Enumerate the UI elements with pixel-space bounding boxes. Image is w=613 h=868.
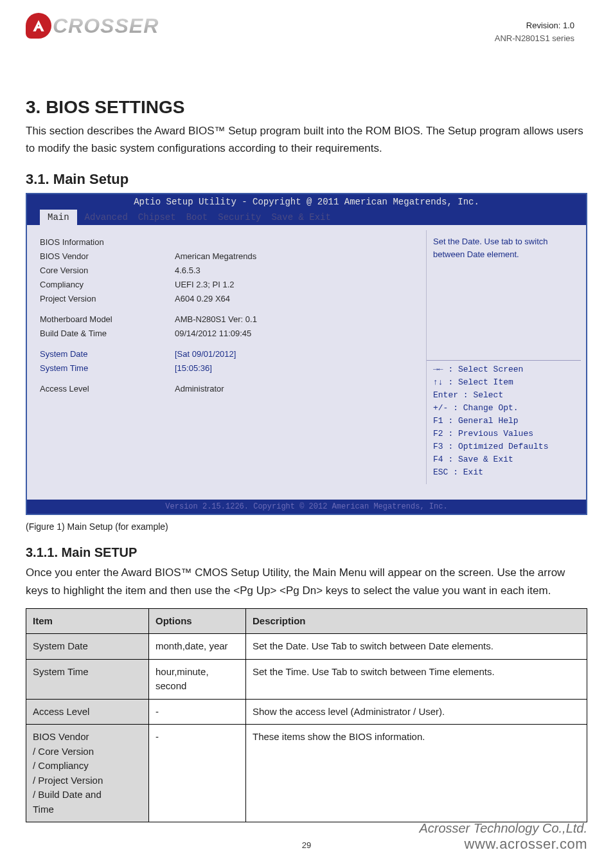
cell-item: System Time <box>26 659 149 699</box>
bios-tab-boot[interactable]: Boot <box>184 210 211 225</box>
cell-opt: hour,minute, second <box>149 659 246 699</box>
table-row: System Date month,date, year Set the Dat… <box>26 634 587 660</box>
bios-key-2: Enter : Select <box>433 389 574 402</box>
bios-comp-label: Compliancy <box>40 278 175 292</box>
bios-key-8: ESC : Exit <box>433 466 574 479</box>
th-options: Options <box>149 608 246 634</box>
bios-footer: Version 2.15.1226. Copyright © 2012 Amer… <box>27 500 586 514</box>
cell-opt: month,date, year <box>149 634 246 660</box>
bios-figure: Aptio Setup Utility - Copyright @ 2011 A… <box>26 193 587 515</box>
body-paragraph: Once you enter the Award BIOS™ CMOS Setu… <box>26 564 587 599</box>
cell-desc: Set the Date. Use Tab to switch between … <box>246 634 587 660</box>
heading-2: 3.1. Main Setup <box>26 171 587 188</box>
cell-opt: - <box>149 725 246 822</box>
bios-tabbar: Main Advanced Chipset Boot Security Save… <box>27 210 586 225</box>
cell-item: Access Level <box>26 699 149 725</box>
bios-date-value[interactable]: [Sat 09/01/2012] <box>175 347 418 361</box>
bios-help-panel: Set the Date. Use tab to switch between … <box>426 230 581 484</box>
bios-key-6: F3 : Optimized Defaults <box>433 440 574 453</box>
page-number: 29 <box>302 840 311 850</box>
bios-mb-value: AMB-N280S1 Ver: 0.1 <box>175 312 418 327</box>
bios-vendor-value: American Megatrends <box>175 249 418 264</box>
bios-key-0: →← : Select Screen <box>433 363 574 376</box>
cell-item: System Date <box>26 634 149 660</box>
bios-proj-label: Project Version <box>40 292 175 306</box>
bios-core-value: 4.6.5.3 <box>175 264 418 278</box>
bios-tab-advanced[interactable]: Advanced <box>82 210 130 225</box>
cell-desc: Set the Time. Use Tab to switch between … <box>246 659 587 699</box>
table-header-row: Item Options Description <box>26 608 587 634</box>
table-row: Access Level - Show the access level (Ad… <box>26 699 587 725</box>
bios-main-panel: BIOS Information BIOS VendorAmerican Meg… <box>32 230 426 484</box>
bios-tab-chipset[interactable]: Chipset <box>136 210 179 225</box>
bios-vendor-label: BIOS Vendor <box>40 249 175 264</box>
bios-time-value[interactable]: [15:05:36] <box>175 361 418 375</box>
bios-proj-value: A604 0.29 X64 <box>175 292 418 306</box>
page-footer: Acrosser Technology Co.,Ltd. www.acrosse… <box>419 821 587 853</box>
bios-key-1: ↑↓ : Select Item <box>433 376 574 389</box>
bios-date-label[interactable]: System Date <box>40 347 175 361</box>
bios-info-heading: BIOS Information <box>40 235 175 249</box>
model-text: ANR-N2801S1 series <box>495 32 574 45</box>
th-item: Item <box>26 608 149 634</box>
th-desc: Description <box>246 608 587 634</box>
cell-item: BIOS Vendor / Core Version / Compliancy … <box>26 725 149 822</box>
page-header-meta: Revision: 1.0 ANR-N2801S1 series <box>495 19 574 44</box>
bios-key-7: F4 : Save & Exit <box>433 453 574 466</box>
heading-3: 3.1.1. Main SETUP <box>26 545 587 560</box>
bios-access-label: Access Level <box>40 382 175 396</box>
revision-text: Revision: 1.0 <box>495 19 574 32</box>
bios-comp-value: UEFI 2.3; PI 1.2 <box>175 278 418 292</box>
bios-access-value: Administrator <box>175 382 418 396</box>
settings-table: Item Options Description System Date mon… <box>26 608 587 823</box>
intro-paragraph: This section describes the Award BIOS™ S… <box>26 122 587 157</box>
bios-key-3: +/- : Change Opt. <box>433 402 574 415</box>
cell-desc: Show the access level (Administrator / U… <box>246 699 587 725</box>
figure-caption: (Figure 1) Main Setup (for example) <box>26 521 587 532</box>
bios-core-label: Core Version <box>40 264 175 278</box>
bios-time-label[interactable]: System Time <box>40 361 175 375</box>
bios-mb-label: Motherboard Model <box>40 312 175 327</box>
bios-tab-security[interactable]: Security <box>215 210 263 225</box>
bios-tab-saveexit[interactable]: Save & Exit <box>269 210 333 225</box>
bios-build-label: Build Date & Time <box>40 327 175 341</box>
bios-key-5: F2 : Previous Values <box>433 428 574 440</box>
cell-opt: - <box>149 699 246 725</box>
footer-url: www.acrosser.com <box>419 836 587 853</box>
footer-company: Acrosser Technology Co.,Ltd. <box>419 821 587 836</box>
bios-build-value: 09/14/2012 11:09:45 <box>175 327 418 341</box>
table-row: System Time hour,minute, second Set the … <box>26 659 587 699</box>
table-row: BIOS Vendor / Core Version / Compliancy … <box>26 725 587 822</box>
bios-key-4: F1 : General Help <box>433 415 574 428</box>
heading-1: 3. BIOS SETTINGS <box>26 96 587 118</box>
bios-title: Aptio Setup Utility - Copyright @ 2011 A… <box>27 194 586 210</box>
bios-tab-main[interactable]: Main <box>40 210 77 225</box>
brand-mark-icon <box>26 13 51 39</box>
cell-desc: These items show the BIOS information. <box>246 725 587 822</box>
bios-item-help: Set the Date. Use tab to switch between … <box>433 235 574 357</box>
brand-wordmark: CROSSER <box>53 15 159 36</box>
